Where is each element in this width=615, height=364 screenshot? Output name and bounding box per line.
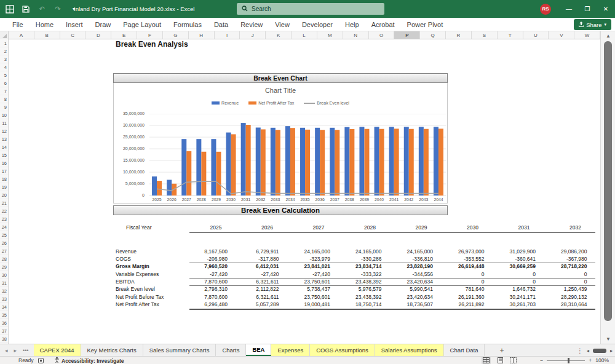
- ribbon-tab-insert[interactable]: Insert: [60, 18, 89, 31]
- row-header-15[interactable]: 15: [0, 151, 8, 159]
- column-header-G[interactable]: G: [163, 31, 189, 39]
- vertical-scrollbar-thumb[interactable]: [604, 41, 612, 321]
- select-all-corner[interactable]: [0, 31, 9, 39]
- normal-view-icon[interactable]: [482, 357, 491, 364]
- column-header-M[interactable]: M: [317, 31, 343, 39]
- column-header-F[interactable]: F: [137, 31, 163, 39]
- row-header-32[interactable]: 32: [0, 287, 8, 295]
- avatar[interactable]: RS: [540, 4, 551, 15]
- column-header-E[interactable]: E: [111, 31, 137, 39]
- zoom-slider[interactable]: [547, 360, 585, 361]
- redo-icon[interactable]: ↷: [53, 4, 63, 14]
- zoom-slider-thumb[interactable]: [568, 358, 569, 363]
- row-header-30[interactable]: 30: [0, 271, 8, 279]
- row-header-10[interactable]: 10: [0, 111, 8, 119]
- row-header-34[interactable]: 34: [0, 303, 8, 311]
- ribbon-tab-formulas[interactable]: Formulas: [167, 18, 208, 31]
- column-header-L[interactable]: L: [292, 31, 317, 39]
- row-header-21[interactable]: 21: [0, 199, 8, 207]
- row-header-13[interactable]: 13: [0, 135, 8, 143]
- column-header-V[interactable]: V: [549, 31, 574, 39]
- share-button[interactable]: Share ▾: [574, 19, 611, 30]
- row-header-17[interactable]: 17: [0, 167, 8, 175]
- row-header-20[interactable]: 20: [0, 191, 8, 199]
- column-header-S[interactable]: S: [472, 31, 498, 39]
- row-header-26[interactable]: 26: [0, 239, 8, 247]
- row-header-36[interactable]: 36: [0, 319, 8, 327]
- tab-scroll-left-icon[interactable]: ◂: [2, 347, 10, 354]
- column-header-T[interactable]: T: [498, 31, 523, 39]
- sheet-tab-key-metrics-charts[interactable]: Key Metrics Charts: [81, 344, 143, 356]
- row-header-2[interactable]: 2: [0, 47, 8, 55]
- sheet-tab-salaries-assumptions[interactable]: Salaries Assumptions: [375, 344, 444, 356]
- ribbon-tab-review[interactable]: Review: [234, 18, 269, 31]
- row-header-38[interactable]: 38: [0, 335, 8, 343]
- sheet-tab-capex-2044[interactable]: CAPEX 2044: [34, 344, 81, 356]
- ribbon-tab-data[interactable]: Data: [208, 18, 234, 31]
- column-header-Q[interactable]: Q: [420, 31, 446, 39]
- sheet-tab-charts[interactable]: Charts: [216, 344, 246, 356]
- sheet-tab-cogs-assumptions[interactable]: COGS Assumptions: [310, 344, 375, 356]
- column-header-W[interactable]: W: [574, 31, 600, 39]
- sheet-tab-expenses[interactable]: Expenses: [271, 344, 310, 356]
- row-header-1[interactable]: 1: [0, 39, 8, 47]
- row-header-5[interactable]: 5: [0, 71, 8, 79]
- row-header-4[interactable]: 4: [0, 63, 8, 71]
- row-header-11[interactable]: 11: [0, 119, 8, 127]
- more-options-icon[interactable]: ⋮: [577, 347, 583, 354]
- minimize-button[interactable]: —: [560, 0, 578, 18]
- row-header-37[interactable]: 37: [0, 327, 8, 335]
- row-header-9[interactable]: 9: [0, 103, 8, 111]
- row-header-29[interactable]: 29: [0, 263, 8, 271]
- close-button[interactable]: ✕: [597, 0, 615, 18]
- row-header-24[interactable]: 24: [0, 223, 8, 231]
- row-header-35[interactable]: 35: [0, 311, 8, 319]
- column-header-D[interactable]: D: [85, 31, 111, 39]
- row-header-23[interactable]: 23: [0, 215, 8, 223]
- column-header-O[interactable]: O: [369, 31, 395, 39]
- row-header-8[interactable]: 8: [0, 95, 8, 103]
- ribbon-tab-home[interactable]: Home: [30, 18, 60, 31]
- sheet-tab-chart-data[interactable]: Chart Data: [444, 344, 485, 356]
- vertical-scrollbar[interactable]: ▲ ▼: [600, 31, 615, 344]
- hscroll-left-icon[interactable]: ◂: [587, 348, 589, 354]
- ribbon-tab-developer[interactable]: Developer: [296, 18, 339, 31]
- column-header-I[interactable]: I: [215, 31, 240, 39]
- sheet-tab-sales-summary-charts[interactable]: Sales Summary Charts: [143, 344, 216, 356]
- page-layout-view-icon[interactable]: [497, 357, 504, 364]
- row-header-14[interactable]: 14: [0, 143, 8, 151]
- new-sheet-button[interactable]: +: [493, 344, 510, 356]
- scroll-up-icon[interactable]: ▲: [601, 32, 615, 40]
- column-header-C[interactable]: C: [60, 31, 86, 39]
- save-icon[interactable]: [21, 4, 31, 14]
- tab-scroll-right-icon[interactable]: ▸: [12, 347, 20, 354]
- ribbon-tab-power-pivot[interactable]: Power Pivot: [401, 18, 450, 31]
- row-header-16[interactable]: 16: [0, 159, 8, 167]
- column-header-K[interactable]: K: [266, 31, 292, 39]
- column-header-N[interactable]: N: [343, 31, 369, 39]
- row-header-12[interactable]: 12: [0, 127, 8, 135]
- row-header-31[interactable]: 31: [0, 279, 8, 287]
- column-header-J[interactable]: J: [240, 31, 266, 39]
- horizontal-scrollbar-thumb[interactable]: [593, 349, 606, 353]
- accessibility-status[interactable]: Accessibility: Investigate: [54, 357, 124, 364]
- row-header-7[interactable]: 7: [0, 87, 8, 95]
- search-input[interactable]: Search: [237, 3, 384, 15]
- macro-record-icon[interactable]: [38, 358, 44, 364]
- page-break-view-icon[interactable]: [510, 357, 517, 364]
- restore-button[interactable]: ❐: [578, 0, 597, 18]
- zoom-out-icon[interactable]: −: [540, 357, 543, 363]
- sheet-tab-bea[interactable]: BEA: [246, 344, 271, 356]
- ribbon-tab-view[interactable]: View: [269, 18, 296, 31]
- ribbon-tab-draw[interactable]: Draw: [89, 18, 117, 31]
- column-header-A[interactable]: A: [9, 31, 34, 39]
- ribbon-tab-help[interactable]: Help: [339, 18, 365, 31]
- hscroll-right-icon[interactable]: ▸: [610, 348, 613, 354]
- undo-icon[interactable]: ↶: [37, 4, 47, 14]
- row-header-22[interactable]: 22: [0, 207, 8, 215]
- column-header-B[interactable]: B: [34, 31, 60, 39]
- zoom-in-icon[interactable]: +: [589, 357, 592, 363]
- column-header-R[interactable]: R: [446, 31, 472, 39]
- column-header-P[interactable]: P: [394, 31, 420, 39]
- ribbon-tab-acrobat[interactable]: Acrobat: [365, 18, 401, 31]
